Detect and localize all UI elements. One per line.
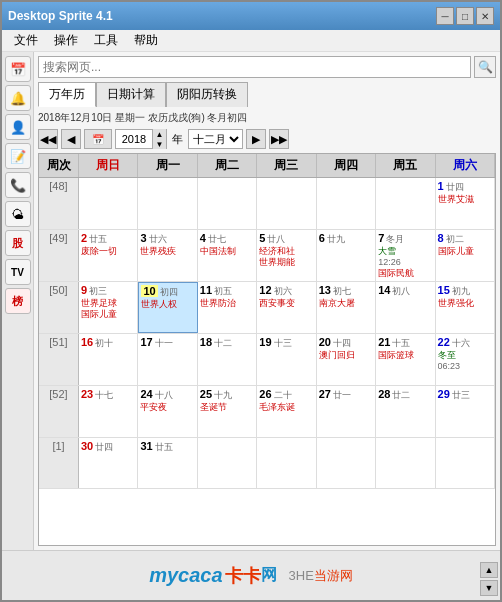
maximize-button[interactable]: □	[456, 7, 474, 25]
cell-48-tue[interactable]	[198, 178, 257, 229]
prev-button[interactable]: ◀	[61, 129, 81, 149]
cell-50-tue[interactable]: 11初五 世界防治	[198, 282, 257, 333]
header-thursday: 周四	[317, 154, 376, 177]
cell-48-wed[interactable]	[257, 178, 316, 229]
header-sunday: 周日	[79, 154, 138, 177]
cell-49-fri[interactable]: 7冬月 大雪 12:26 国际民航	[376, 230, 435, 281]
year-up-button[interactable]: ▲	[152, 129, 166, 139]
cell-1-sun[interactable]: 30廿四	[79, 438, 138, 488]
sidebar-note[interactable]: 📝	[5, 143, 31, 169]
sidebar-bell[interactable]: 🔔	[5, 85, 31, 111]
cell-51-thu[interactable]: 20十四 澳门回归	[317, 334, 376, 385]
date-dec6: 6	[319, 232, 325, 244]
cell-51-sun[interactable]: 16初十	[79, 334, 138, 385]
cell-51-mon[interactable]: 17十一	[138, 334, 197, 385]
tab-lunar-convert[interactable]: 阴阳历转换	[166, 82, 248, 107]
search-bar: 🔍	[38, 56, 496, 78]
date-dec31: 31	[140, 440, 152, 452]
date-dec28: 28	[378, 388, 390, 400]
cell-50-sun[interactable]: 9初三 世界足球 国际儿童	[79, 282, 138, 333]
date-dec30: 30	[81, 440, 93, 452]
next-button[interactable]: ▶	[246, 129, 266, 149]
next-next-button[interactable]: ▶▶	[269, 129, 289, 149]
cell-52-thu[interactable]: 27廿一	[317, 386, 376, 437]
today-button[interactable]: 📅	[84, 129, 112, 149]
scroll-down-button[interactable]: ▼	[480, 580, 498, 596]
sidebar-phone[interactable]: 📞	[5, 172, 31, 198]
cell-1-wed[interactable]	[257, 438, 316, 488]
year-down-button[interactable]: ▼	[152, 139, 166, 149]
calendar-row-51: [51] 16初十 17十一 18十二 19十三 20十四	[39, 334, 495, 386]
year-input[interactable]	[116, 130, 152, 148]
scroll-up-button[interactable]: ▲	[480, 562, 498, 578]
cell-52-tue[interactable]: 25十九 圣诞节	[198, 386, 257, 437]
search-button[interactable]: 🔍	[474, 56, 496, 78]
header-week: 周次	[39, 154, 79, 177]
scroll-controls: ▲ ▼	[480, 562, 498, 596]
cell-52-wed[interactable]: 26二十 毛泽东诞	[257, 386, 316, 437]
menu-operate[interactable]: 操作	[46, 30, 86, 51]
week-49: [49]	[39, 230, 79, 281]
cell-52-mon[interactable]: 24十八 平安夜	[138, 386, 197, 437]
sidebar-stock[interactable]: 股	[5, 230, 31, 256]
tab-calendar[interactable]: 万年历	[38, 82, 96, 107]
cell-50-fri[interactable]: 14初八	[376, 282, 435, 333]
cell-48-mon[interactable]	[138, 178, 197, 229]
cell-51-fri[interactable]: 21十五 国际篮球	[376, 334, 435, 385]
cell-52-sat[interactable]: 29廿三	[436, 386, 495, 437]
cell-49-sat[interactable]: 8初二 国际儿童	[436, 230, 495, 281]
cell-52-sun[interactable]: 23十七	[79, 386, 138, 437]
cell-48-sat[interactable]: 1廿四 世界艾滋	[436, 178, 495, 229]
cell-50-sat[interactable]: 15初九 世界强化	[436, 282, 495, 333]
cell-1-sat[interactable]	[436, 438, 495, 488]
cell-49-wed[interactable]: 5廿八 经济和社 世界期能	[257, 230, 316, 281]
date-dec1: 1	[438, 180, 444, 192]
sidebar-tv[interactable]: TV	[5, 259, 31, 285]
left-sidebar: 📅 🔔 👤 📝 📞 🌤 股 TV 榜	[2, 52, 34, 550]
cell-50-wed[interactable]: 12初六 西安事变	[257, 282, 316, 333]
event-human-rights: 世界人权	[141, 299, 194, 310]
window-controls: ─ □ ✕	[436, 7, 494, 25]
calendar-row-49: [49] 2廿五 废除一切 3廿六 世界残疾 4廿七 中国法制 5廿八	[39, 230, 495, 282]
minimize-button[interactable]: ─	[436, 7, 454, 25]
cell-1-thu[interactable]	[317, 438, 376, 488]
date-dec7: 7	[378, 232, 384, 244]
cell-50-thu[interactable]: 13初七 南京大屠	[317, 282, 376, 333]
menu-tools[interactable]: 工具	[86, 30, 126, 51]
cell-48-sun[interactable]	[79, 178, 138, 229]
cell-49-sun[interactable]: 2廿五 废除一切	[79, 230, 138, 281]
header-tuesday: 周二	[198, 154, 257, 177]
year-label: 年	[172, 132, 183, 147]
cell-50-mon-today[interactable]: 10初四 世界人权	[138, 282, 197, 333]
sidebar-weather[interactable]: 🌤	[5, 201, 31, 227]
tab-bar: 万年历 日期计算 阴阳历转换	[38, 82, 496, 107]
sidebar-chart[interactable]: 榜	[5, 288, 31, 314]
cell-49-mon[interactable]: 3廿六 世界残疾	[138, 230, 197, 281]
cell-49-thu[interactable]: 6廿九	[317, 230, 376, 281]
date-dec26: 26	[259, 388, 271, 400]
menu-help[interactable]: 帮助	[126, 30, 166, 51]
cell-52-fri[interactable]: 28廿二	[376, 386, 435, 437]
cell-48-fri[interactable]	[376, 178, 435, 229]
calendar-row-1: [1] 30廿四 31廿五	[39, 438, 495, 489]
search-input[interactable]	[38, 56, 471, 78]
cell-1-tue[interactable]	[198, 438, 257, 488]
cell-48-thu[interactable]	[317, 178, 376, 229]
header-wednesday: 周三	[257, 154, 316, 177]
cell-49-tue[interactable]: 4廿七 中国法制	[198, 230, 257, 281]
tab-date-calc[interactable]: 日期计算	[96, 82, 166, 107]
cell-1-mon[interactable]: 31廿五	[138, 438, 197, 488]
week-52: [52]	[39, 386, 79, 437]
title-bar: Desktop Sprite 4.1 ─ □ ✕	[2, 2, 500, 30]
cell-51-wed[interactable]: 19十三	[257, 334, 316, 385]
month-select[interactable]: 一月二月三月四月 五月六月七月八月 九月十月十一月十二月	[188, 129, 243, 149]
close-button[interactable]: ✕	[476, 7, 494, 25]
cell-51-tue[interactable]: 18十二	[198, 334, 257, 385]
prev-prev-button[interactable]: ◀◀	[38, 129, 58, 149]
cell-51-sat[interactable]: 22十六 冬至 06:23	[436, 334, 495, 385]
date-dec23: 23	[81, 388, 93, 400]
cell-1-fri[interactable]	[376, 438, 435, 488]
sidebar-calendar[interactable]: 📅	[5, 56, 31, 82]
sidebar-person[interactable]: 👤	[5, 114, 31, 140]
menu-file[interactable]: 文件	[6, 30, 46, 51]
